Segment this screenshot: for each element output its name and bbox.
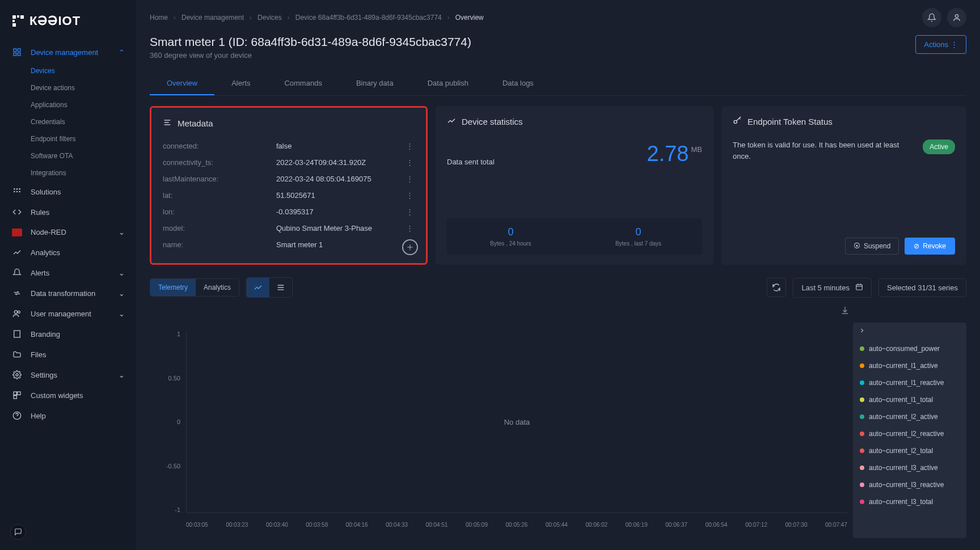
page-subtitle: 360 degree view of your device xyxy=(150,51,471,60)
legend-dot xyxy=(860,449,864,453)
metadata-more-button[interactable]: ⋮ xyxy=(404,191,415,200)
breadcrumb-device-management[interactable]: Device management xyxy=(181,14,244,22)
page-title: Smart meter 1 (ID: 68a4ff3b-6d31-489a-8d… xyxy=(150,35,471,49)
legend-item[interactable]: auto~current_l1_reactive xyxy=(853,374,966,391)
chevron-down-icon: ⌄ xyxy=(119,310,125,318)
seg-analytics[interactable]: Analytics xyxy=(196,279,239,296)
stats-main-value: 2.78 MB xyxy=(647,142,702,166)
tab-data-publish[interactable]: Data publish xyxy=(411,72,485,95)
nav-item-help[interactable]: Help xyxy=(0,405,136,426)
no-data-label: No data xyxy=(504,417,530,426)
metadata-card: Metadata connected:false⋮connectivity_ts… xyxy=(150,106,428,265)
plot: No data xyxy=(186,331,847,513)
tab-commands[interactable]: Commands xyxy=(267,72,339,95)
nav-item-solutions[interactable]: Solutions xyxy=(0,181,136,202)
metadata-more-button[interactable]: ⋮ xyxy=(404,175,415,183)
x-tick: 00:05:44 xyxy=(546,522,568,528)
more-icon: ⋮ xyxy=(951,40,958,49)
metadata-value: Smart meter 1 xyxy=(276,240,404,249)
y-tick: 0.50 xyxy=(160,375,180,382)
tab-alerts[interactable]: Alerts xyxy=(214,72,267,95)
nav-sub-devices[interactable]: Devices xyxy=(31,62,136,79)
stats-title: Device statistics xyxy=(462,117,523,126)
nav-item-node-red[interactable]: Node-RED⌄ xyxy=(0,222,136,242)
seg-telemetry[interactable]: Telemetry xyxy=(150,279,196,296)
metadata-more-button[interactable]: ⋮ xyxy=(404,142,415,150)
metadata-row: model:Qubino Smart Meter 3-Phase⋮ xyxy=(163,220,415,236)
metadata-more-button[interactable]: ⋮ xyxy=(404,208,415,216)
nav-item-custom-widgets[interactable]: Custom widgets xyxy=(0,385,136,405)
token-body: The token is valid for use. It has been … xyxy=(733,139,955,162)
trend-icon xyxy=(11,248,23,257)
chart-view-button[interactable] xyxy=(247,278,269,297)
refresh-button[interactable] xyxy=(767,278,786,297)
svg-point-13 xyxy=(16,191,18,193)
actions-dropdown[interactable]: Actions ⋮ xyxy=(915,35,966,54)
nav-item-analytics[interactable]: Analytics xyxy=(0,242,136,263)
metadata-key: lon: xyxy=(163,208,276,216)
legend-item[interactable]: auto~current_l3_total xyxy=(853,493,966,510)
profile-button[interactable] xyxy=(947,8,966,27)
svg-rect-21 xyxy=(14,392,16,395)
legend-item[interactable]: auto~current_l1_total xyxy=(853,391,966,408)
chart-toolbar: Telemetry Analytics Last 5 minutes xyxy=(150,277,966,298)
metadata-title: Metadata xyxy=(178,119,213,128)
breadcrumb-devices[interactable]: Devices xyxy=(257,14,282,22)
svg-rect-22 xyxy=(18,392,20,395)
add-metadata-button[interactable] xyxy=(402,239,418,255)
revoke-button[interactable]: ⊘ Revoke xyxy=(905,238,955,255)
tab-binary-data[interactable]: Binary data xyxy=(339,72,411,95)
nav-item-alerts[interactable]: Alerts⌄ xyxy=(0,263,136,283)
nav-sub-endpoint-filters[interactable]: Endpoint filters xyxy=(31,130,136,147)
legend-item[interactable]: auto~current_l2_total xyxy=(853,442,966,459)
tab-overview[interactable]: Overview xyxy=(150,72,214,95)
logo-text: КƏƏIOT xyxy=(29,14,81,28)
nav-sub-integrations[interactable]: Integrations xyxy=(31,164,136,181)
nav-item-settings[interactable]: Settings⌄ xyxy=(0,365,136,385)
legend-item[interactable]: auto~current_l3_reactive xyxy=(853,476,966,493)
nav-sub-software-ota[interactable]: Software OTA xyxy=(31,147,136,164)
breadcrumb-device-68a4ff3b-6d31-489a-8d6f-9345cbac3774[interactable]: Device 68a4ff3b-6d31-489a-8d6f-9345cbac3… xyxy=(295,14,442,22)
nav-item-user-management[interactable]: User management⌄ xyxy=(0,303,136,324)
suspend-button[interactable]: ⦿ Suspend xyxy=(845,238,899,255)
svg-rect-2 xyxy=(12,20,15,22)
metadata-row: connectivity_ts:2022-03-24T09:04:31.920Z… xyxy=(163,154,415,171)
nav-item-files[interactable]: Files xyxy=(0,344,136,365)
x-tick: 00:03:23 xyxy=(226,522,248,528)
tab-data-logs[interactable]: Data logs xyxy=(485,72,551,95)
breadcrumb-home[interactable]: Home xyxy=(150,14,168,22)
suspend-icon: ⦿ xyxy=(854,242,860,250)
legend-item[interactable]: auto~consumed_power xyxy=(853,340,966,357)
chat-bubble-button[interactable] xyxy=(10,524,26,540)
download-chart-button[interactable] xyxy=(840,306,850,316)
x-tick: 00:03:40 xyxy=(266,522,288,528)
series-selector[interactable]: Selected 31/31 series xyxy=(878,278,966,297)
nav-sub-credentials[interactable]: Credentials xyxy=(31,113,136,130)
svg-rect-6 xyxy=(18,49,20,52)
nav-item-device-management[interactable]: Device management⌃ xyxy=(0,42,136,62)
x-tick: 00:06:02 xyxy=(585,522,607,528)
nav-sub-device-actions[interactable]: Device actions xyxy=(31,79,136,96)
topbar: Home›Device management›Devices›Device 68… xyxy=(150,0,966,29)
legend-item[interactable]: auto~current_l3_active xyxy=(853,459,966,476)
main: Home›Device management›Devices›Device 68… xyxy=(136,0,980,550)
nav-item-data-transformation[interactable]: Data transformation⌄ xyxy=(0,283,136,303)
legend-toggle[interactable] xyxy=(853,323,966,340)
svg-rect-23 xyxy=(14,396,16,399)
notifications-button[interactable] xyxy=(922,8,941,27)
metadata-rows: connected:false⋮connectivity_ts:2022-03-… xyxy=(163,138,415,253)
nav-item-branding[interactable]: Branding xyxy=(0,324,136,344)
metadata-more-button[interactable]: ⋮ xyxy=(404,158,415,167)
list-view-button[interactable] xyxy=(269,278,292,297)
legend-item[interactable]: auto~current_l2_reactive xyxy=(853,425,966,442)
legend-dot xyxy=(860,346,864,351)
nav-item-rules[interactable]: Rules xyxy=(0,202,136,222)
metadata-key: connectivity_ts: xyxy=(163,158,276,167)
time-range-selector[interactable]: Last 5 minutes xyxy=(793,278,872,298)
metadata-key: lat: xyxy=(163,191,276,200)
x-tick: 00:04:16 xyxy=(346,522,368,528)
metadata-more-button[interactable]: ⋮ xyxy=(404,224,415,232)
legend-item[interactable]: auto~current_l1_active xyxy=(853,357,966,374)
nav-sub-applications[interactable]: Applications xyxy=(31,96,136,113)
legend-item[interactable]: auto~current_l2_active xyxy=(853,408,966,425)
